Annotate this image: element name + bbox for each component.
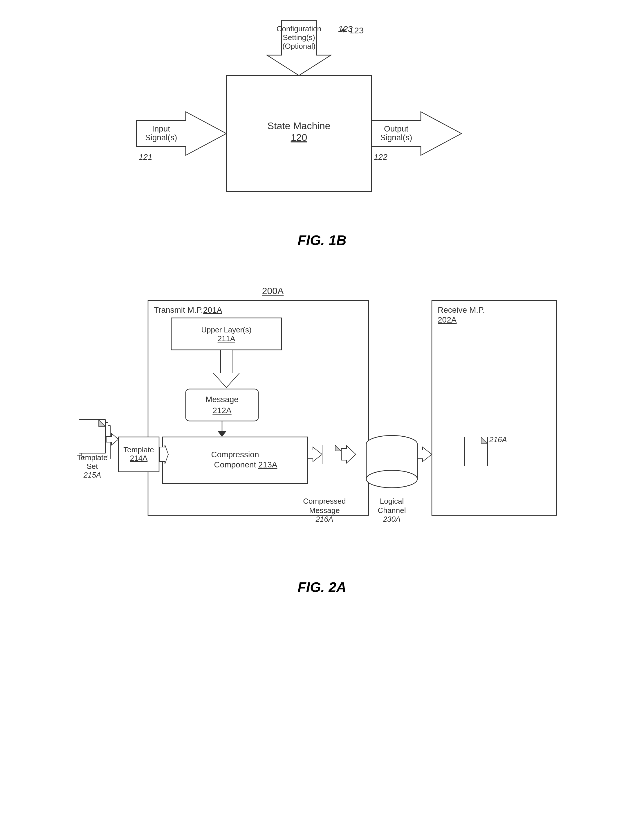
channel-ref: 230A	[382, 515, 401, 524]
transmit-mp-ref: 201A	[203, 306, 222, 314]
output-line1: Output	[384, 124, 408, 133]
compression-label2: Component	[214, 460, 256, 469]
fig1b-section: State Machine 120 Configuration Setting(…	[61, 17, 583, 248]
upper-layers-ref: 211A	[217, 334, 235, 343]
input-ref: 121	[139, 152, 152, 162]
compression-ref: 213A	[258, 460, 277, 469]
template-ref: 214A	[130, 454, 147, 463]
output-line2: Signal(s)	[380, 133, 412, 142]
transmit-mp-label: Transmit M.P.	[154, 306, 203, 314]
compression-label1: Compression	[211, 450, 259, 459]
fig1b-diagram: State Machine 120 Configuration Setting(…	[119, 17, 525, 221]
input-line2: Signal(s)	[145, 133, 177, 142]
template-set-label1: Template	[77, 453, 108, 462]
receive-mp-label: Receive M.P.	[438, 306, 485, 314]
compressed-label1: Compressed	[303, 497, 346, 505]
fig1b-svg: State Machine 120 Configuration Setting(…	[119, 17, 525, 221]
upper-layers-label: Upper Layer(s)	[201, 325, 251, 334]
compressed-ref: 216A	[315, 515, 333, 524]
message-ref: 212A	[212, 406, 232, 415]
config-line2: Setting(s)	[283, 33, 315, 42]
channel-label1: Logical	[379, 497, 403, 505]
template-label: Template	[123, 445, 154, 454]
receive-mp-box	[432, 301, 557, 515]
channel-label2: Channel	[378, 506, 406, 515]
fig2a-section: 200A Transmit M.P. 201A Upper Layer(s) 2…	[61, 283, 583, 595]
config-line1: Configuration	[276, 24, 321, 33]
channel-to-receive-arrow	[417, 447, 432, 462]
input-line1: Input	[152, 124, 170, 133]
diagram-ref: 200A	[262, 286, 284, 296]
receive-mp-ref: 202A	[438, 315, 457, 324]
config-line3: (Optional)	[282, 42, 315, 50]
state-machine-label: State Machine	[267, 120, 330, 131]
fig2a-caption: FIG. 2A	[298, 579, 346, 595]
state-machine-ref: 120	[290, 132, 307, 143]
receive-item-ref: 216A	[489, 435, 507, 444]
template-set-label2: Set	[86, 462, 98, 470]
fig1b-caption: FIG. 1B	[298, 232, 346, 248]
message-label: Message	[205, 395, 238, 404]
channel-bottom	[366, 470, 417, 488]
compressed-label2: Message	[309, 506, 340, 515]
template-set-ref: 215A	[83, 470, 101, 479]
fig2a-diagram: 200A Transmit M.P. 201A Upper Layer(s) 2…	[75, 283, 569, 568]
output-ref: 122	[374, 152, 387, 162]
config-ref2: 123	[338, 24, 353, 34]
message-box	[186, 389, 258, 421]
fig2a-svg: 200A Transmit M.P. 201A Upper Layer(s) 2…	[75, 283, 569, 568]
